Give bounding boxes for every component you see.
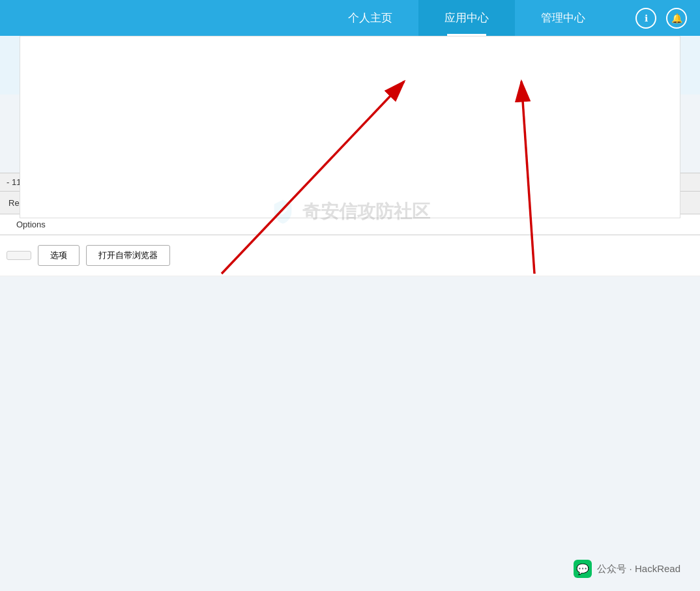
button-empty[interactable] — [7, 251, 31, 260]
button-row: 选项 打开自带浏览器 — [0, 235, 700, 276]
button-open-browser[interactable]: 打开自带浏览器 — [86, 245, 170, 266]
content-panel — [20, 36, 680, 218]
nav-personal[interactable]: 个人主页 — [322, 0, 418, 36]
button-options[interactable]: 选项 — [38, 245, 80, 266]
info-icon-button[interactable]: ℹ — [635, 8, 656, 29]
light-blue-header-area — [0, 36, 700, 94]
nav-admin[interactable]: 管理中心 — [515, 0, 611, 36]
bell-icon-button[interactable]: 🔔 — [666, 8, 687, 29]
info-icon: ℹ — [645, 13, 648, 23]
bell-icon: 🔔 — [671, 13, 682, 23]
nav-icon-area: ℹ 🔔 — [635, 8, 687, 29]
footer-area: 💬 公众号 · HackRead — [574, 560, 680, 578]
footer-text: 公众号 · HackRead — [597, 563, 680, 575]
top-navigation: 个人主页 应用中心 管理中心 ℹ 🔔 — [0, 0, 700, 36]
wechat-icon: 💬 — [574, 560, 592, 578]
nav-appstore[interactable]: 应用中心 — [418, 0, 515, 36]
